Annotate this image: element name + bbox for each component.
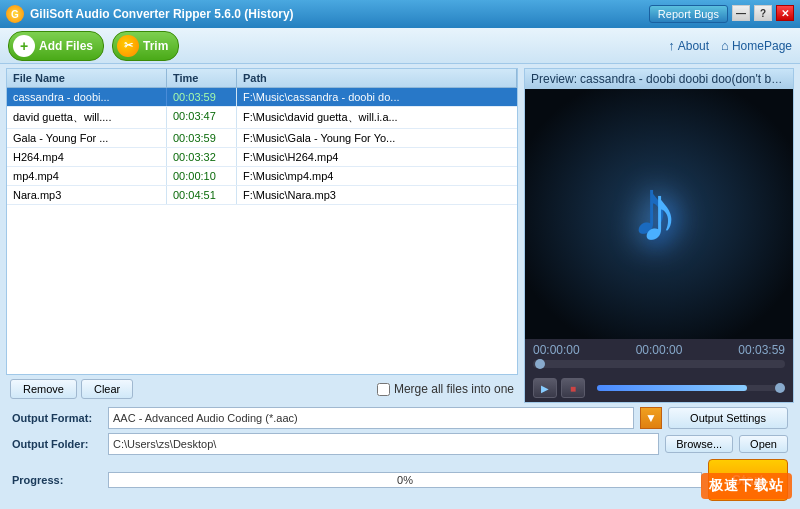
output-format-row: Output Format: ▼ Output Settings xyxy=(12,407,788,429)
file-list-container: File Name Time Path cassandra - doobi...… xyxy=(6,68,518,375)
preview-video: ♪ xyxy=(525,89,793,339)
cell-time: 00:03:59 xyxy=(167,88,237,106)
app-title: GiliSoft Audio Converter Ripper 5.6.0 (H… xyxy=(30,7,649,21)
col-header-time: Time xyxy=(167,69,237,87)
file-list-header: File Name Time Path xyxy=(7,69,517,88)
open-button[interactable]: Open xyxy=(739,435,788,453)
app-body: File Name Time Path cassandra - doobi...… xyxy=(0,64,800,509)
list-buttons-row: Remove Clear Merge all files into one xyxy=(6,375,518,403)
progress-label: Progress: xyxy=(12,474,102,486)
cell-path: F:\Music\cassandra - doobi do... xyxy=(237,88,517,106)
volume-handle[interactable] xyxy=(775,383,785,393)
output-folder-input[interactable] xyxy=(108,433,659,455)
output-folder-row: Output Folder: Browse... Open xyxy=(12,433,788,455)
progress-row: Progress: 0% xyxy=(12,472,702,488)
time-mid: 00:00:00 xyxy=(636,343,683,357)
trim-button[interactable]: ✂ Trim xyxy=(112,31,179,61)
output-format-input[interactable] xyxy=(108,407,634,429)
trim-icon: ✂ xyxy=(117,35,139,57)
cell-path: F:\Music\Gala - Young For Yo... xyxy=(237,129,517,147)
help-button[interactable]: ? xyxy=(754,5,772,21)
stop-button[interactable]: ■ xyxy=(561,378,585,398)
cell-time: 00:00:10 xyxy=(167,167,237,185)
about-label: About xyxy=(678,39,709,53)
add-files-label: Add Files xyxy=(39,39,93,53)
add-files-button[interactable]: + Add Files xyxy=(8,31,104,61)
file-list-section: File Name Time Path cassandra - doobi...… xyxy=(6,68,518,403)
minimize-button[interactable]: — xyxy=(732,5,750,21)
cell-path: F:\Music\Nara.mp3 xyxy=(237,186,517,204)
add-icon: + xyxy=(13,35,35,57)
homepage-label: HomePage xyxy=(732,39,792,53)
output-format-label: Output Format: xyxy=(12,412,102,424)
playback-handle[interactable] xyxy=(535,359,545,369)
about-link[interactable]: ↑ About xyxy=(668,38,709,53)
preview-label: Preview: xyxy=(531,72,577,86)
clear-button[interactable]: Clear xyxy=(81,379,133,399)
cell-filename: david guetta、will.... xyxy=(7,107,167,128)
table-row[interactable]: cassandra - doobi... 00:03:59 F:\Music\c… xyxy=(7,88,517,107)
report-bugs-button[interactable]: Report Bugs xyxy=(649,5,728,23)
merge-label: Merge all files into one xyxy=(394,382,514,396)
time-end: 00:03:59 xyxy=(738,343,785,357)
cell-filename: mp4.mp4 xyxy=(7,167,167,185)
cell-filename: Nara.mp3 xyxy=(7,186,167,204)
progress-text: 0% xyxy=(397,474,413,486)
preview-panel: Preview: cassandra - doobi doobi doo(don… xyxy=(524,68,794,403)
trim-label: Trim xyxy=(143,39,168,53)
cell-path: F:\Music\mp4.mp4 xyxy=(237,167,517,185)
table-row[interactable]: Gala - Young For ... 00:03:59 F:\Music\G… xyxy=(7,129,517,148)
format-dropdown-arrow[interactable]: ▼ xyxy=(640,407,662,429)
close-button[interactable]: ✕ xyxy=(776,5,794,21)
cell-time: 00:04:51 xyxy=(167,186,237,204)
cell-filename: H264.mp4 xyxy=(7,148,167,166)
cell-filename: cassandra - doobi... xyxy=(7,88,167,106)
up-arrow-icon: ↑ xyxy=(668,38,675,53)
title-bar: G GiliSoft Audio Converter Ripper 5.6.0 … xyxy=(0,0,800,28)
table-row[interactable]: mp4.mp4 00:00:10 F:\Music\mp4.mp4 xyxy=(7,167,517,186)
cell-path: F:\Music\david guetta、will.i.a... xyxy=(237,107,517,128)
col-header-path: Path xyxy=(237,69,517,87)
preview-controls: ▶ ■ xyxy=(525,374,793,402)
cell-time: 00:03:47 xyxy=(167,107,237,128)
file-list-body: cassandra - doobi... 00:03:59 F:\Music\c… xyxy=(7,88,517,374)
table-row[interactable]: H264.mp4 00:03:32 F:\Music\H264.mp4 xyxy=(7,148,517,167)
time-start: 00:00:00 xyxy=(533,343,580,357)
playback-track[interactable] xyxy=(533,360,785,368)
merge-checkbox-container: Merge all files into one xyxy=(377,382,514,396)
table-row[interactable]: david guetta、will.... 00:03:47 F:\Music\… xyxy=(7,107,517,129)
music-note-icon: ♪ xyxy=(639,168,679,260)
output-settings-button[interactable]: Output Settings xyxy=(668,407,788,429)
cell-time: 00:03:32 xyxy=(167,148,237,166)
preview-timeline: 00:00:00 00:00:00 00:03:59 xyxy=(525,339,793,374)
homepage-link[interactable]: ⌂ HomePage xyxy=(721,38,792,53)
home-icon: ⌂ xyxy=(721,38,729,53)
window-controls: Report Bugs — ? ✕ xyxy=(649,5,794,23)
toolbar: + Add Files ✂ Trim ↑ About ⌂ HomePage xyxy=(0,28,800,64)
table-row[interactable]: Nara.mp3 00:04:51 F:\Music\Nara.mp3 xyxy=(7,186,517,205)
time-row: 00:00:00 00:00:00 00:03:59 xyxy=(533,343,785,357)
watermark: 极速下载站 xyxy=(701,473,792,499)
cell-time: 00:03:59 xyxy=(167,129,237,147)
progress-section: Progress: 0% Start xyxy=(12,459,788,501)
col-header-filename: File Name xyxy=(7,69,167,87)
merge-checkbox[interactable] xyxy=(377,383,390,396)
progress-bar-container: 0% xyxy=(108,472,702,488)
preview-filename: cassandra - doobi doobi doo(don't be shy… xyxy=(580,72,793,86)
app-icon: G xyxy=(6,5,24,23)
toolbar-right: ↑ About ⌂ HomePage xyxy=(668,38,792,53)
play-button[interactable]: ▶ xyxy=(533,378,557,398)
cell-filename: Gala - Young For ... xyxy=(7,129,167,147)
remove-button[interactable]: Remove xyxy=(10,379,77,399)
output-folder-label: Output Folder: xyxy=(12,438,102,450)
volume-fill xyxy=(597,385,747,391)
preview-header: Preview: cassandra - doobi doobi doo(don… xyxy=(525,69,793,89)
bottom-controls: Output Format: ▼ Output Settings Output … xyxy=(6,403,794,505)
cell-path: F:\Music\H264.mp4 xyxy=(237,148,517,166)
browse-button[interactable]: Browse... xyxy=(665,435,733,453)
middle-area: File Name Time Path cassandra - doobi...… xyxy=(6,68,794,403)
volume-track[interactable] xyxy=(597,385,785,391)
